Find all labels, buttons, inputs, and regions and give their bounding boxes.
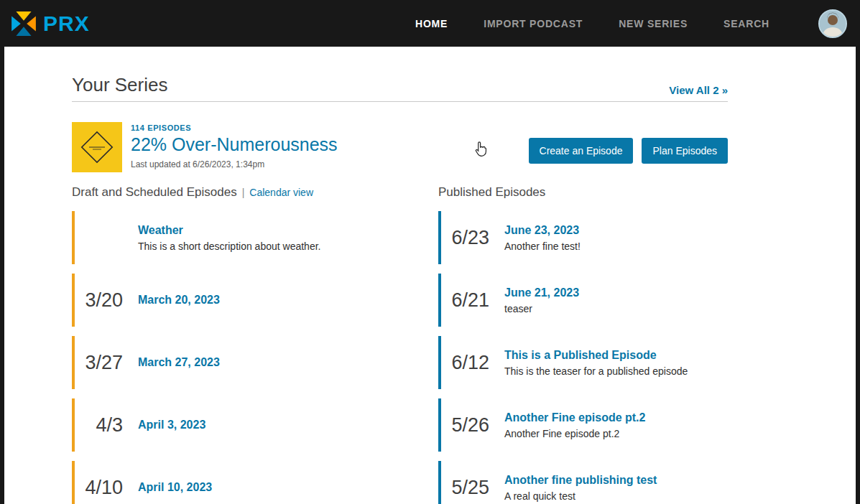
series-artwork[interactable] — [72, 122, 122, 172]
episode-description: This is a short description about weathe… — [138, 241, 320, 252]
heading-separator: | — [242, 187, 245, 198]
prx-logo[interactable]: PRX — [10, 10, 90, 37]
series-actions: Create an Episode Plan Episodes — [529, 138, 728, 164]
draft-episode-row[interactable]: 4/3 April 3, 2023 — [72, 398, 438, 452]
episode-title[interactable]: June 23, 2023 — [504, 224, 581, 237]
nav-menu: HOME IMPORT PODCAST NEW SERIES SEARCH — [415, 18, 769, 29]
published-heading-row: Published Episodes — [438, 185, 728, 200]
episode-title[interactable]: This is a Published Episode — [504, 349, 688, 362]
plan-episodes-button[interactable]: Plan Episodes — [642, 138, 728, 164]
create-episode-button[interactable]: Create an Episode — [529, 138, 634, 164]
drafts-list: Weather This is a short description abou… — [72, 211, 438, 504]
brand-text: PRX — [43, 11, 90, 36]
section-header: Your Series View All 2 » — [72, 74, 728, 102]
nav-item-new-series[interactable]: NEW SERIES — [619, 18, 688, 29]
published-heading: Published Episodes — [438, 185, 545, 200]
published-episode-row[interactable]: 5/26 Another Fine episode pt.2 Another F… — [438, 398, 728, 452]
episode-title[interactable]: March 20, 2023 — [138, 294, 220, 307]
episode-date: 3/20 — [75, 289, 138, 312]
episode-text: March 27, 2023 — [138, 356, 233, 369]
series-info: 114 EPISODES 22% Over-Numerousness Last … — [131, 122, 338, 169]
episode-date: 6/21 — [441, 289, 504, 312]
episode-text: Another fine publishing test A real quic… — [504, 474, 670, 502]
episode-columns: Draft and Scheduled Episodes | Calendar … — [72, 185, 728, 504]
published-column: Published Episodes 6/23 June 23, 2023 An… — [438, 185, 728, 504]
episode-title[interactable]: June 21, 2023 — [504, 286, 579, 299]
episode-text: Another Fine episode pt.2 Another Fine e… — [504, 411, 658, 439]
episode-title[interactable]: April 10, 2023 — [138, 481, 212, 494]
episode-text: April 3, 2023 — [138, 419, 218, 431]
prx-logo-icon — [10, 10, 37, 37]
published-episode-row[interactable]: 6/12 This is a Published Episode This is… — [438, 336, 728, 389]
episode-date: 4/10 — [75, 477, 138, 499]
your-series-section: Your Series View All 2 » 114 EPISODES 22… — [4, 47, 728, 504]
view-all-link[interactable]: View All 2 » — [669, 84, 728, 96]
published-episode-row[interactable]: 5/25 Another fine publishing test A real… — [438, 461, 728, 504]
draft-episode-row[interactable]: 3/27 March 27, 2023 — [72, 336, 438, 389]
published-list: 6/23 June 23, 2023 Another fine test! 6/… — [438, 211, 728, 504]
episode-description: A real quick test — [504, 490, 657, 502]
series-card: 114 EPISODES 22% Over-Numerousness Last … — [72, 122, 728, 172]
last-updated: Last updated at 6/26/2023, 1:34pm — [131, 159, 338, 169]
episode-text: June 23, 2023 Another fine test! — [504, 224, 593, 252]
nav-item-search[interactable]: SEARCH — [723, 18, 769, 29]
episode-text: This is a Published Episode This is the … — [504, 349, 701, 377]
nav-item-import-podcast[interactable]: IMPORT PODCAST — [484, 18, 583, 29]
drafts-heading-row: Draft and Scheduled Episodes | Calendar … — [72, 185, 438, 200]
user-avatar[interactable] — [818, 9, 847, 38]
episode-date: 5/26 — [441, 414, 504, 437]
episode-date: 6/12 — [441, 352, 504, 374]
calendar-view-link[interactable]: Calendar view — [249, 187, 313, 198]
drafts-column: Draft and Scheduled Episodes | Calendar … — [72, 185, 438, 504]
episode-text: March 20, 2023 — [138, 294, 233, 307]
episode-description: This is the teaser for a published episo… — [504, 365, 688, 377]
episode-date: 4/3 — [75, 414, 138, 437]
episode-date: 6/23 — [441, 227, 504, 249]
episode-title[interactable]: Another fine publishing test — [504, 474, 657, 487]
episode-description: Another Fine episode pt.2 — [504, 428, 645, 439]
drafts-heading: Draft and Scheduled Episodes — [72, 185, 237, 200]
series-title[interactable]: 22% Over-Numerousness — [131, 134, 338, 155]
episode-text: June 21, 2023 teaser — [504, 286, 592, 314]
episode-date: 5/25 — [441, 477, 504, 499]
draft-episode-row[interactable]: Weather This is a short description abou… — [72, 211, 438, 264]
published-episode-row[interactable]: 6/21 June 21, 2023 teaser — [438, 274, 728, 327]
published-episode-row[interactable]: 6/23 June 23, 2023 Another fine test! — [438, 211, 728, 264]
draft-episode-row[interactable]: 3/20 March 20, 2023 — [72, 274, 438, 327]
episode-title[interactable]: Another Fine episode pt.2 — [504, 411, 645, 424]
draft-episode-row[interactable]: 4/10 April 10, 2023 — [72, 461, 438, 504]
episodes-count: 114 EPISODES — [131, 123, 338, 132]
episode-title[interactable]: Weather — [138, 224, 320, 237]
episode-description: teaser — [504, 303, 579, 314]
episode-description: Another fine test! — [504, 241, 581, 252]
episode-title[interactable]: March 27, 2023 — [138, 356, 220, 369]
episode-text: April 10, 2023 — [138, 481, 225, 494]
episode-date: 3/27 — [75, 352, 138, 374]
episode-title[interactable]: April 3, 2023 — [138, 419, 205, 431]
nav-item-home[interactable]: HOME — [415, 18, 448, 29]
page-title: Your Series — [72, 74, 167, 96]
top-nav: PRX HOME IMPORT PODCAST NEW SERIES SEARC… — [0, 0, 860, 47]
episode-text: Weather This is a short description abou… — [138, 224, 333, 252]
main-content: Your Series View All 2 » 114 EPISODES 22… — [4, 47, 856, 504]
